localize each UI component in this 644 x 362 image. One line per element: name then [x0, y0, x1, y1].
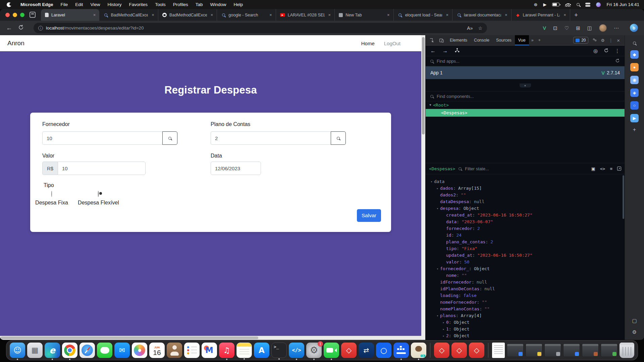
- state-row[interactable]: ▾data: [426, 178, 625, 185]
- cast-icon[interactable]: [592, 38, 597, 43]
- tab-close-icon[interactable]: ×: [562, 12, 567, 17]
- menubar-item-edit[interactable]: Edit: [71, 2, 87, 7]
- nav-link-logout[interactable]: LogOut: [384, 41, 400, 46]
- dock-icon-red-diamond-recent-3[interactable]: ◇: [469, 343, 484, 358]
- horizontal-scrollbar-thumb[interactable]: [1, 337, 258, 339]
- vertical-scrollbar-thumb[interactable]: [422, 37, 425, 134]
- devtools-settings-icon[interactable]: ⚙: [601, 38, 605, 43]
- playback-status-icon[interactable]: ▶: [543, 2, 546, 7]
- favorite-star-icon[interactable]: ☆: [478, 25, 482, 31]
- state-row[interactable]: updated_at:"2023-06-16 16:50:27": [426, 252, 625, 259]
- menubar-item-help[interactable]: Help: [230, 2, 247, 7]
- browser-tab-9[interactable]: ◆Laravel Pennant - Lara×: [512, 9, 570, 21]
- horizontal-scrollbar[interactable]: [0, 336, 421, 340]
- open-in-editor-icon[interactable]: ↗: [617, 167, 621, 171]
- state-row[interactable]: ▸2:Object: [426, 333, 625, 339]
- sidebar-search-icon[interactable]: [633, 40, 636, 46]
- vue-forward-icon[interactable]: →: [442, 48, 448, 54]
- dock-icon-trash[interactable]: [620, 343, 634, 358]
- dock-icon-minimized-document[interactable]: [492, 343, 505, 358]
- view-source-icon[interactable]: <>: [600, 166, 605, 171]
- state-row[interactable]: fornecedor:2: [426, 225, 625, 232]
- tab-close-icon[interactable]: ×: [268, 12, 273, 17]
- hand-status-icon[interactable]: ⊛: [534, 2, 538, 7]
- radio-button[interactable]: [51, 191, 52, 197]
- menubar-clock[interactable]: Fri 16 Jun 14:41: [606, 2, 639, 7]
- state-row[interactable]: ▸0:Object: [426, 319, 625, 326]
- dock-icon-miro[interactable]: M: [202, 343, 217, 358]
- dock-icon-calendar[interactable]: JUN16: [149, 343, 165, 358]
- state-row[interactable]: dados2:"": [426, 192, 625, 198]
- state-row[interactable]: ▾despesa:Object: [426, 205, 625, 212]
- devtools-close-icon[interactable]: ×: [617, 38, 620, 43]
- tree-arrow-icon[interactable]: ▾: [435, 312, 440, 319]
- data-input[interactable]: [211, 162, 261, 175]
- dock-icon-music[interactable]: ♫: [219, 343, 234, 358]
- dock-icon-system-settings[interactable]: ⚙1: [306, 343, 322, 358]
- dock-icon-red-diamond-recent-1[interactable]: ◇: [434, 343, 449, 358]
- sidebar-panel-icon[interactable]: ▢: [632, 318, 637, 324]
- dock-icon-reminders[interactable]: [184, 343, 200, 358]
- dock-icon-launchpad[interactable]: ▦: [27, 343, 43, 358]
- state-row[interactable]: id:24: [426, 232, 625, 239]
- state-row[interactable]: valor:50: [426, 259, 625, 265]
- tree-arrow-icon[interactable]: ▾: [435, 205, 440, 212]
- site-brand[interactable]: Anron: [7, 40, 24, 47]
- dock-icon-minimized-window-1[interactable]: [507, 344, 524, 357]
- devtools-tab-vue[interactable]: Vue: [515, 35, 529, 45]
- sidebar-games-icon[interactable]: ▶: [630, 114, 639, 122]
- select-component-target-icon[interactable]: ◎: [593, 48, 598, 54]
- read-aloud-icon[interactable]: A»: [467, 25, 473, 31]
- vue-refresh-icon[interactable]: [604, 48, 609, 54]
- collections-icon[interactable]: ⊞: [576, 25, 580, 31]
- vue-menu-icon[interactable]: ⋮: [615, 48, 620, 54]
- siri-icon[interactable]: [596, 2, 601, 7]
- minimize-window-button[interactable]: [13, 13, 17, 17]
- expand-list-icon[interactable]: ≡: [610, 166, 612, 171]
- device-toolbar-icon[interactable]: [437, 35, 446, 45]
- tree-arrow-icon[interactable]: ▸: [441, 319, 446, 326]
- tab-close-icon[interactable]: ×: [151, 12, 155, 17]
- state-row[interactable]: ▸1:Object: [426, 326, 625, 333]
- address-bar[interactable]: i localhost/movimentacoes/despesas/edita…: [34, 23, 487, 33]
- tree-arrow-icon[interactable]: ▸: [441, 333, 446, 339]
- dock-icon-notes[interactable]: [236, 343, 252, 358]
- state-row[interactable]: plano_de_contas:2: [426, 239, 625, 245]
- devtools-menu-icon[interactable]: ⋮: [609, 38, 613, 43]
- state-row[interactable]: ▸dados:Array[15]: [426, 185, 625, 192]
- state-scrollbar-thumb[interactable]: [623, 175, 624, 219]
- menubar-item-history[interactable]: History: [104, 2, 125, 7]
- dock-icon-facetime[interactable]: [324, 343, 339, 358]
- state-row[interactable]: idPlanoDeContas:null: [426, 286, 625, 292]
- selected-component-row[interactable]: <Despesas>: [426, 109, 625, 117]
- browser-tab-5[interactable]: ▶LARAVEL #028 SELEC×: [276, 9, 335, 21]
- tree-arrow-icon[interactable]: ▾: [429, 178, 434, 185]
- menubar-item-window[interactable]: Window: [206, 2, 230, 7]
- radio-despesa-flexivel[interactable]: Despesa Flexível: [73, 191, 123, 206]
- state-row[interactable]: created_at:"2023-06-16 16:50:27": [426, 212, 625, 219]
- save-button[interactable]: Salvar: [357, 209, 381, 222]
- sidebar-settings-icon[interactable]: ⚙: [632, 329, 637, 335]
- radio-despesa-fixa[interactable]: Despesa Fixa: [32, 191, 72, 206]
- dock-icon-vscode[interactable]: </>: [289, 343, 304, 358]
- dock-icon-photos[interactable]: [132, 343, 147, 358]
- issues-badge[interactable]: 20: [573, 37, 588, 44]
- tab-close-icon[interactable]: ×: [445, 12, 449, 17]
- extensions-icon[interactable]: ⊡: [553, 25, 557, 31]
- filter-state-placeholder[interactable]: Filter state...: [465, 166, 489, 171]
- more-tabs-icon[interactable]: »: [529, 35, 536, 45]
- dock-icon-terminal[interactable]: >_: [271, 343, 287, 358]
- plano-de-contas-input[interactable]: [211, 131, 331, 145]
- tab-close-icon[interactable]: ×: [327, 12, 332, 17]
- root-component-tag[interactable]: <Root>: [433, 103, 449, 108]
- zoom-window-button[interactable]: [20, 13, 24, 17]
- tab-close-icon[interactable]: ×: [386, 12, 391, 17]
- dock-icon-chrome[interactable]: [62, 343, 77, 358]
- browser-tab-8[interactable]: laravel documentacao×: [452, 9, 511, 21]
- wifi-icon[interactable]: [565, 3, 571, 7]
- fornecedor-search-button[interactable]: [162, 131, 177, 145]
- dock-icon-docker[interactable]: [393, 343, 409, 358]
- browser-tab-3[interactable]: BadMethodCallExcept×: [158, 9, 217, 21]
- state-row[interactable]: nome:"": [426, 272, 625, 279]
- menubar-item-tools[interactable]: Tools: [151, 2, 169, 7]
